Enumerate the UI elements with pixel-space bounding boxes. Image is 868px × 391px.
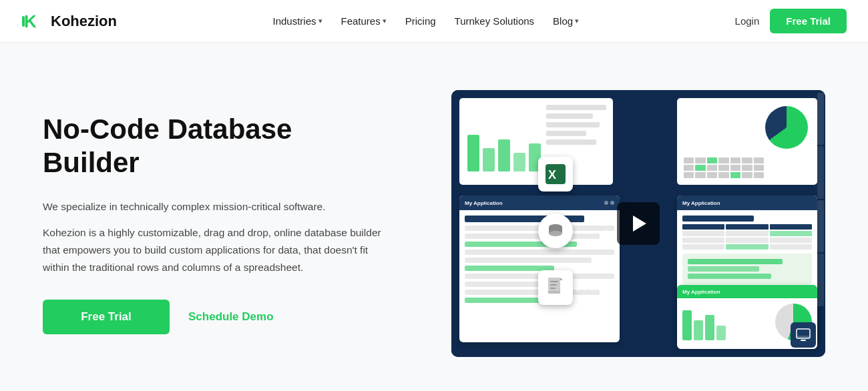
- hero-free-trial-button[interactable]: Free Trial: [43, 300, 170, 334]
- excel-icon: X: [538, 157, 573, 191]
- nav-industries[interactable]: Industries ▾: [264, 10, 330, 32]
- svg-marker-10: [560, 278, 563, 280]
- svg-rect-11: [550, 281, 558, 282]
- schedule-demo-link[interactable]: Schedule Demo: [188, 310, 274, 324]
- nav-turnkey[interactable]: Turnkey Solutions: [447, 10, 543, 32]
- navbar: K Kohezion Industries ▾ Features ▾ Prici…: [0, 0, 868, 43]
- logo-icon: K: [21, 9, 45, 33]
- chevron-down-icon: ▾: [383, 17, 387, 25]
- svg-text:X: X: [548, 168, 556, 181]
- svg-rect-16: [797, 336, 810, 338]
- chevron-down-icon: ▾: [575, 17, 579, 25]
- svg-rect-15: [801, 340, 806, 341]
- panel-top-right: [677, 98, 817, 185]
- logo-text: Kohezion: [51, 13, 117, 30]
- svg-rect-9: [548, 291, 560, 294]
- hero-body: Kohezion is a highly customizable, drag …: [43, 224, 390, 276]
- hero-title: No-Code Database Builder: [43, 113, 390, 180]
- panel-mid-left: My Application: [459, 196, 620, 342]
- arrow-dots-mid: [576, 229, 610, 236]
- chevron-down-icon: ▾: [318, 17, 322, 25]
- hero-subtitle: We specialize in technically complex mis…: [43, 199, 390, 216]
- arrow-dots-bottom: [576, 286, 610, 292]
- svg-text:K: K: [24, 11, 37, 31]
- hero-buttons: Free Trial Schedule Demo: [43, 300, 390, 334]
- svg-rect-13: [550, 288, 556, 289]
- document-icon: [538, 270, 573, 305]
- nav-links: Industries ▾ Features ▾ Pricing Turnkey …: [264, 10, 587, 32]
- nav-features[interactable]: Features ▾: [333, 10, 395, 32]
- arrow-dots-top: [576, 172, 610, 179]
- nav-pricing[interactable]: Pricing: [397, 10, 444, 32]
- nav-right: Login Free Trial: [735, 9, 847, 33]
- hero-section: No-Code Database Builder We specialize i…: [0, 43, 868, 391]
- nav-free-trial-button[interactable]: Free Trial: [770, 9, 847, 33]
- hero-content: No-Code Database Builder We specialize i…: [43, 113, 390, 334]
- side-bars: [816, 90, 825, 357]
- hero-illustration: My Application: [451, 90, 825, 357]
- logo[interactable]: K Kohezion: [21, 9, 117, 33]
- svg-point-7: [549, 231, 562, 236]
- svg-rect-2: [22, 16, 25, 27]
- svg-rect-12: [550, 284, 557, 286]
- screen-icon: [791, 322, 816, 348]
- play-icon: [633, 216, 646, 232]
- nav-blog[interactable]: Blog ▾: [545, 10, 587, 32]
- login-link[interactable]: Login: [735, 15, 760, 27]
- database-icon: [538, 214, 573, 248]
- play-button[interactable]: [617, 202, 660, 245]
